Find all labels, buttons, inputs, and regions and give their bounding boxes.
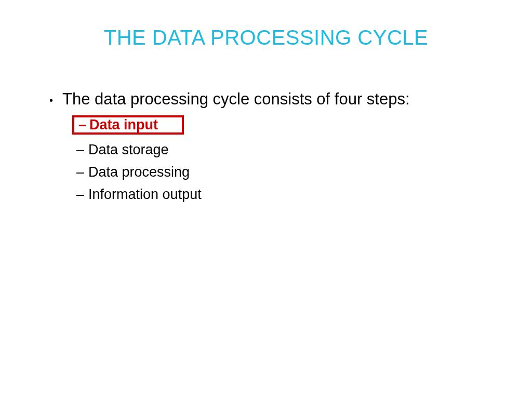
sub-item-text: Information output [88, 188, 202, 202]
slide-container: THE DATA PROCESSING CYCLE • The data pro… [0, 0, 532, 399]
sub-item-data-processing: – Data processing [76, 165, 501, 179]
sub-item-data-storage: – Data storage [76, 143, 501, 157]
sub-item-data-input: – Data input [76, 115, 501, 135]
bullet-marker-icon: • [49, 94, 53, 108]
main-bullet: • The data processing cycle consists of … [49, 88, 501, 110]
sub-item-text: Data storage [88, 143, 169, 157]
highlight-box: – Data input [72, 115, 184, 135]
slide-title: THE DATA PROCESSING CYCLE [0, 26, 532, 49]
dash-marker-icon: – [76, 143, 84, 157]
sub-item-information-output: – Information output [76, 188, 501, 202]
content-area: • The data processing cycle consists of … [0, 88, 532, 202]
sub-item-text-highlighted: Data input [89, 118, 158, 132]
dash-marker-icon: – [76, 165, 84, 179]
main-bullet-text: The data processing cycle consists of fo… [62, 88, 410, 110]
dash-marker-icon: – [76, 188, 84, 202]
sub-item-text: Data processing [88, 165, 190, 179]
sub-list: – Data input – Data storage – Data proce… [49, 115, 501, 202]
dash-marker-icon: – [78, 118, 86, 132]
